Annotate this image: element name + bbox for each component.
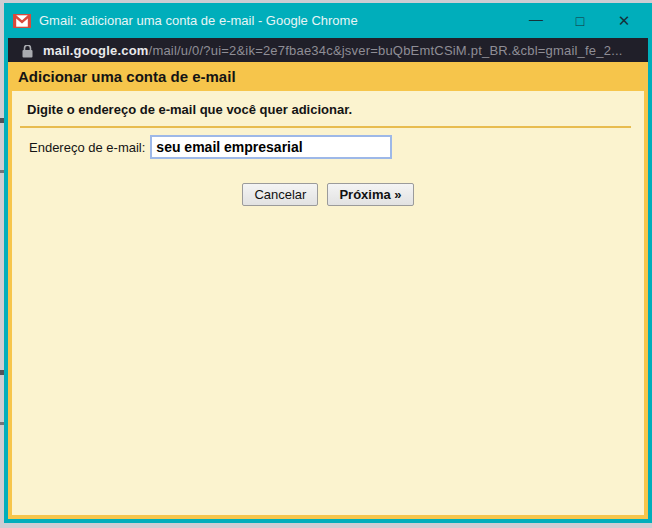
email-input[interactable] — [150, 135, 392, 159]
dialog-header: Adicionar uma conta de e-mail — [8, 62, 648, 91]
chrome-popup-window: Gmail: adicionar uma conta de e-mail - G… — [4, 3, 652, 523]
close-button[interactable]: ✕ — [602, 3, 646, 38]
maximize-button[interactable]: □ — [558, 3, 602, 38]
next-button[interactable]: Próxima » — [327, 183, 413, 206]
dialog-title: Adicionar uma conta de e-mail — [18, 68, 236, 85]
close-icon: ✕ — [618, 12, 631, 30]
email-label: Endereço de e-mail: — [29, 140, 145, 155]
url-path: /mail/u/0/?ui=2&ik=2e7fbae34c&jsver=buQb… — [149, 43, 623, 58]
cancel-button[interactable]: Cancelar — [242, 183, 318, 206]
minimize-icon: — — [529, 11, 543, 27]
window-title: Gmail: adicionar uma conta de e-mail - G… — [39, 13, 514, 28]
window-titlebar[interactable]: Gmail: adicionar uma conta de e-mail - G… — [4, 3, 652, 38]
url-text: mail.google.com/mail/u/0/?ui=2&ik=2e7fba… — [43, 43, 623, 58]
divider-line — [20, 126, 631, 128]
maximize-icon: □ — [576, 13, 584, 29]
email-form-row: Endereço de e-mail: — [29, 135, 644, 159]
dialog-frame: Adicionar uma conta de e-mail Digite o e… — [8, 62, 648, 519]
minimize-button[interactable]: — — [514, 3, 558, 38]
gmail-icon — [13, 14, 31, 28]
url-host: mail.google.com — [43, 43, 149, 58]
window-controls: — □ ✕ — [514, 3, 646, 38]
lock-icon — [22, 44, 33, 57]
address-bar: mail.google.com/mail/u/0/?ui=2&ik=2e7fba… — [8, 38, 648, 62]
instruction-text: Digite o endereço de e-mail que você que… — [12, 91, 644, 117]
dialog-buttons: Cancelar Próxima » — [12, 183, 644, 206]
dialog-body: Digite o endereço de e-mail que você que… — [12, 91, 644, 515]
